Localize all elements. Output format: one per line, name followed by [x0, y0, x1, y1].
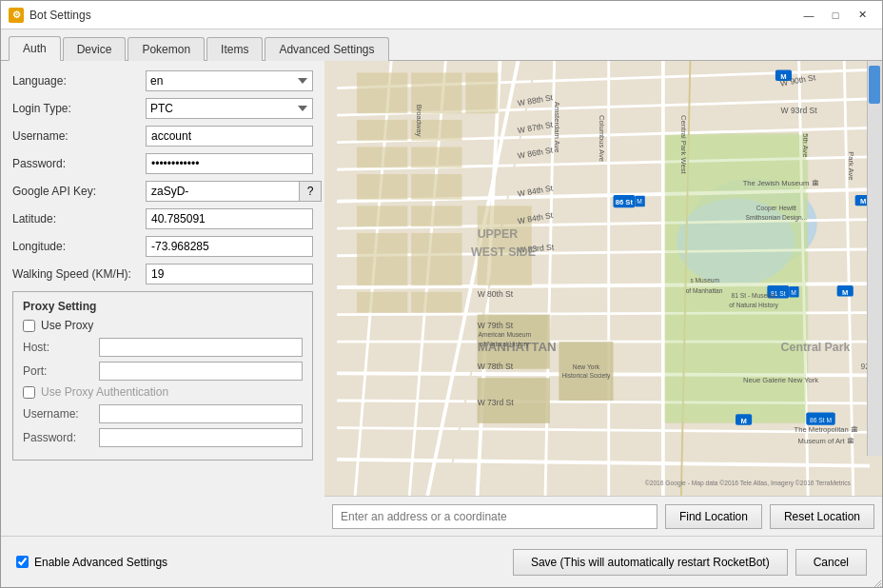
svg-text:5th Ave: 5th Ave	[801, 133, 810, 157]
tab-pokemon[interactable]: Pokemon	[128, 37, 205, 61]
use-proxy-row: Use Proxy	[23, 319, 303, 332]
proxy-password-input[interactable]	[99, 428, 303, 447]
resize-icon	[872, 578, 881, 588]
svg-text:W 80th St: W 80th St	[478, 289, 514, 299]
svg-text:The Metropolitan 🏛: The Metropolitan 🏛	[795, 425, 858, 434]
cancel-button[interactable]: Cancel	[795, 549, 867, 576]
walking-speed-input[interactable]	[146, 264, 313, 284]
main-window: ⚙ Bot Settings — □ ✕ Auth Device Pokemon…	[0, 0, 883, 588]
api-key-label: Google API Key:	[12, 185, 146, 198]
main-content: Language: en fr de Login Type: PTC Googl…	[1, 61, 882, 536]
svg-text:Central Park West: Central Park West	[679, 115, 688, 174]
username-row: Username:	[12, 126, 313, 147]
use-proxy-label: Use Proxy	[41, 319, 93, 332]
svg-text:Park Ave: Park Ave	[847, 151, 855, 180]
latitude-input[interactable]	[146, 208, 313, 229]
port-input[interactable]	[99, 362, 303, 381]
login-type-label: Login Type:	[12, 102, 146, 115]
svg-rect-42	[357, 233, 407, 285]
latitude-row: Latitude:	[12, 208, 313, 229]
proxy-username-input[interactable]	[99, 404, 303, 423]
svg-text:M: M	[860, 197, 866, 206]
svg-text:M: M	[740, 417, 746, 425]
close-button[interactable]: ✕	[850, 6, 874, 25]
form-panel: Language: en fr de Login Type: PTC Googl…	[1, 61, 324, 536]
svg-text:s Museum: s Museum	[690, 277, 719, 284]
svg-text:W 93rd St: W 93rd St	[781, 106, 818, 115]
tab-device[interactable]: Device	[63, 37, 127, 61]
svg-rect-46	[411, 292, 461, 313]
host-row: Host:	[23, 338, 303, 357]
app-icon: ⚙	[9, 8, 24, 23]
use-proxy-auth-row: Use Proxy Authentication	[23, 385, 303, 399]
svg-text:Museum of Art 🏛: Museum of Art 🏛	[798, 437, 854, 445]
save-button[interactable]: Save (This will automatically restart Ro…	[513, 549, 788, 576]
login-type-select[interactable]: PTC Google	[146, 98, 313, 119]
map-scroll-thumb	[869, 66, 880, 104]
password-input[interactable]	[146, 153, 313, 174]
host-label: Host:	[23, 341, 99, 354]
walking-speed-label: Walking Speed (KM/H):	[12, 267, 146, 281]
proxy-password-row: Password:	[23, 428, 303, 447]
minimize-button[interactable]: —	[796, 6, 821, 25]
api-key-help-button[interactable]: ?	[299, 181, 322, 202]
svg-text:WEST SIDE: WEST SIDE	[471, 245, 536, 259]
tab-auth[interactable]: Auth	[9, 36, 61, 61]
svg-text:M: M	[637, 198, 642, 205]
map-container[interactable]: M M M M W 90th St W 93rd St W 88th St W …	[324, 61, 882, 496]
svg-rect-39	[411, 174, 461, 200]
maximize-button[interactable]: □	[823, 6, 848, 25]
map-scrollbar[interactable]	[867, 61, 882, 456]
svg-text:M: M	[842, 288, 848, 297]
window-title: Bot Settings	[29, 9, 796, 22]
use-proxy-auth-checkbox[interactable]	[23, 386, 35, 399]
proxy-username-label: Username:	[23, 407, 99, 421]
resize-grip[interactable]	[872, 577, 881, 586]
svg-text:81 St - Museum: 81 St - Museum	[732, 292, 776, 299]
enable-advanced-checkbox[interactable]	[16, 556, 29, 568]
username-input[interactable]	[146, 126, 313, 147]
tab-advanced[interactable]: Advanced Settings	[265, 37, 388, 61]
svg-rect-45	[357, 292, 407, 313]
find-location-button[interactable]: Find Location	[665, 504, 762, 529]
api-key-input[interactable]	[146, 181, 299, 202]
titlebar: ⚙ Bot Settings — □ ✕	[1, 1, 882, 29]
svg-text:Amsterdam Ave: Amsterdam Ave	[553, 102, 561, 153]
enable-advanced-wrapper: Enable Advanced Settings	[16, 556, 167, 569]
bottom-buttons: Save (This will automatically restart Ro…	[513, 549, 867, 576]
language-label: Language:	[12, 74, 146, 88]
bottom-bar: Enable Advanced Settings Save (This will…	[1, 536, 882, 587]
use-proxy-checkbox[interactable]	[23, 320, 35, 332]
tab-items[interactable]: Items	[206, 37, 263, 61]
svg-text:Historical Society: Historical Society	[561, 372, 611, 380]
svg-text:Neue Galerie New York: Neue Galerie New York	[743, 376, 818, 384]
language-row: Language: en fr de	[12, 70, 313, 91]
svg-rect-36	[357, 147, 407, 167]
walking-speed-row: Walking Speed (KM/H):	[12, 264, 313, 284]
svg-rect-34	[357, 120, 407, 141]
reset-location-button[interactable]: Reset Location	[770, 504, 874, 529]
proxy-password-label: Password:	[23, 431, 99, 444]
address-input[interactable]	[332, 504, 657, 529]
map-panel: M M M M W 90th St W 93rd St W 88th St W …	[324, 61, 882, 536]
svg-text:W 73rd St: W 73rd St	[478, 398, 515, 407]
tab-bar: Auth Device Pokemon Items Advanced Setti…	[1, 29, 882, 61]
svg-text:M: M	[791, 289, 796, 296]
port-label: Port:	[23, 364, 99, 378]
use-proxy-auth-label: Use Proxy Authentication	[41, 385, 168, 399]
svg-rect-38	[357, 174, 407, 200]
svg-rect-41	[411, 206, 461, 226]
svg-rect-40	[357, 206, 407, 226]
password-row: Password:	[12, 153, 313, 174]
latitude-label: Latitude:	[12, 212, 146, 225]
longitude-input[interactable]	[146, 236, 313, 257]
language-select[interactable]: en fr de	[146, 70, 313, 91]
longitude-row: Longitude:	[12, 236, 313, 257]
port-row: Port:	[23, 362, 303, 381]
svg-text:The Jewish Museum 🏛: The Jewish Museum 🏛	[743, 179, 819, 187]
host-input[interactable]	[99, 338, 303, 357]
svg-rect-31	[357, 72, 407, 113]
password-label: Password:	[12, 157, 146, 170]
username-label: Username:	[12, 129, 146, 143]
longitude-label: Longitude:	[12, 240, 146, 253]
